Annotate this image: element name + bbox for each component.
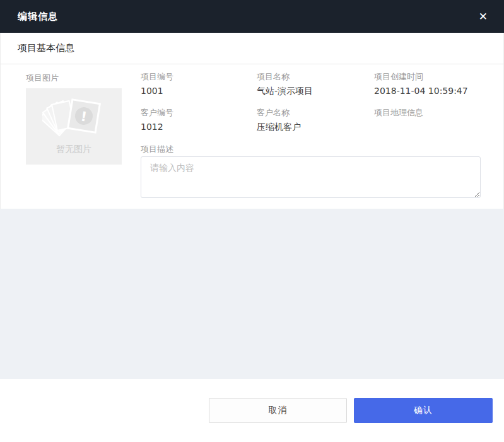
field-value: 1012 bbox=[141, 122, 173, 131]
field-label: 项目创建时间 bbox=[374, 73, 468, 81]
field-project-name: 项目名称 气站-演示项目 bbox=[257, 73, 313, 95]
cancel-button[interactable]: 取消 bbox=[209, 398, 347, 423]
confirm-button[interactable]: 确认 bbox=[354, 398, 493, 423]
field-value: 2018-11-04 10:59:47 bbox=[374, 86, 468, 95]
field-geo-info: 项目地理信息 bbox=[374, 108, 423, 131]
field-value: 1001 bbox=[141, 86, 173, 95]
no-image-text: 暂无图片 bbox=[56, 144, 91, 155]
field-label: 项目地理信息 bbox=[374, 108, 423, 117]
page-background-gap bbox=[0, 209, 504, 379]
modal-header: 编辑信息 ✕ bbox=[0, 0, 504, 33]
description-textarea[interactable] bbox=[141, 156, 481, 198]
no-image-icon: ! bbox=[42, 88, 105, 142]
field-label: 项目名称 bbox=[257, 73, 313, 81]
close-icon[interactable]: ✕ bbox=[476, 9, 490, 25]
field-customer-name: 客户名称 压缩机客户 bbox=[257, 108, 301, 131]
section-title: 项目基本信息 bbox=[1, 33, 503, 64]
description-label: 项目描述 bbox=[141, 144, 173, 155]
project-image-placeholder[interactable]: ! 暂无图片 bbox=[26, 88, 122, 165]
field-created-at: 项目创建时间 2018-11-04 10:59:47 bbox=[374, 73, 468, 95]
field-label: 项目编号 bbox=[141, 73, 173, 81]
field-project-no: 项目编号 1001 bbox=[141, 73, 173, 95]
field-value: 压缩机客户 bbox=[257, 122, 301, 131]
edit-info-modal: 编辑信息 ✕ 项目基本信息 项目图片 bbox=[0, 0, 504, 442]
modal-footer: 取消 确认 bbox=[0, 379, 504, 442]
project-form: 项目图片 ! bbox=[1, 64, 503, 209]
field-value: 气站-演示项目 bbox=[257, 86, 313, 95]
field-label: 客户名称 bbox=[257, 108, 301, 117]
field-customer-no: 客户编号 1012 bbox=[141, 108, 173, 131]
project-image-label: 项目图片 bbox=[26, 73, 59, 84]
content-panel: 项目基本信息 项目图片 bbox=[0, 33, 504, 209]
field-label: 客户编号 bbox=[141, 108, 173, 117]
modal-title: 编辑信息 bbox=[18, 11, 58, 23]
field-value bbox=[374, 122, 423, 131]
